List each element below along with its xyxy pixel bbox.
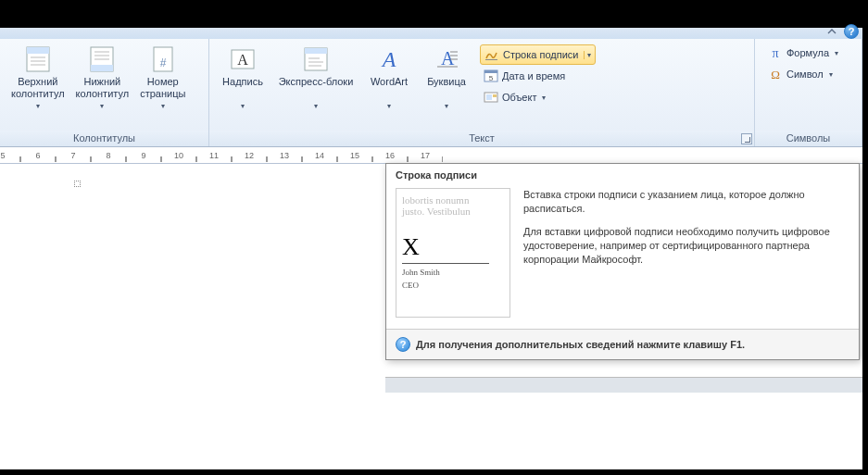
wordart-label: WordArt: [371, 76, 408, 88]
page-number-button[interactable]: # Номер страницы▾: [134, 43, 191, 114]
ruler-tick: 8: [91, 151, 126, 160]
symbol-button[interactable]: Ω Символ ▾: [764, 64, 842, 84]
signature-line-tooltip: Строка подписи lobortis nonumn justo. Ve…: [385, 163, 860, 360]
ruler-tick: 9: [126, 151, 161, 160]
object-label: Объект: [502, 92, 536, 103]
signature-icon: [484, 47, 499, 62]
chevron-down-icon: ▾: [445, 100, 448, 112]
thumb-faded-text: justo. Vestibulun: [402, 206, 504, 217]
page-number-icon: #: [148, 44, 178, 74]
date-time-label: Дата и время: [502, 70, 565, 81]
symbol-label: Символ: [786, 69, 824, 80]
wordart-button[interactable]: A WordArt▾: [361, 43, 417, 114]
ruler-tick: 11: [196, 151, 232, 160]
header-button[interactable]: Верхний колонтитул▾: [6, 43, 70, 114]
ruler-tick: 12: [232, 151, 267, 160]
quickparts-button[interactable]: Экспресс-блоки▾: [272, 43, 359, 114]
thumb-faded-text: lobortis nonumn: [402, 194, 504, 206]
header-label: Верхний колонтитул: [11, 76, 65, 100]
tooltip-para2: Для вставки цифровой подписи необходимо …: [523, 225, 849, 267]
dialog-launcher-icon[interactable]: [741, 133, 752, 144]
ruler-tick: 16: [372, 151, 408, 160]
thumb-signature-line: [402, 263, 489, 264]
ruler-tick: 10: [161, 151, 196, 160]
margin-marker-icon: [74, 181, 81, 187]
help-icon: ?: [396, 337, 410, 352]
object-button[interactable]: Объект ▾: [480, 87, 596, 107]
svg-rect-1: [27, 47, 49, 54]
horizontal-ruler[interactable]: 567891011121314151617: [0, 147, 862, 164]
tooltip-footer-text: Для получения дополнительных сведений на…: [416, 339, 745, 350]
svg-rect-30: [486, 94, 492, 100]
ribbon: Верхний колонтитул▾ Нижний колонтитул▾ #…: [0, 39, 862, 147]
textbox-icon: A: [228, 44, 258, 74]
tooltip-description: Вставка строки подписи с указанием лица,…: [523, 188, 849, 318]
svg-rect-31: [493, 94, 497, 97]
svg-rect-27: [484, 70, 497, 73]
dropcap-label: Буквица: [427, 76, 466, 88]
footer-label: Нижний колонтитул: [76, 76, 130, 100]
ribbon-collapse-chevron-icon[interactable]: [825, 25, 838, 38]
chevron-down-icon: ▾: [241, 100, 245, 112]
thumb-x: X: [402, 233, 504, 261]
ruler-tick: 5: [0, 151, 20, 160]
header-icon: [23, 44, 53, 74]
help-icon[interactable]: ?: [844, 24, 859, 39]
ruler-tick: 7: [56, 151, 91, 160]
thumb-signer-name: John Smith: [402, 268, 504, 277]
pi-icon: π: [768, 45, 783, 60]
date-time-button[interactable]: 5 Дата и время: [480, 66, 596, 86]
quickparts-label: Экспресс-блоки: [279, 76, 354, 88]
chevron-down-icon: ▾: [835, 49, 838, 57]
group-label-headers-footers: Колонтитулы: [0, 131, 208, 146]
dropcap-button[interactable]: A Буквица▾: [419, 43, 474, 114]
chevron-down-icon[interactable]: ▾: [584, 51, 591, 59]
footer-icon: [87, 44, 117, 74]
chevron-down-icon: ▾: [314, 100, 318, 112]
object-icon: [484, 90, 498, 105]
ruler-tick: 6: [20, 151, 56, 160]
svg-text:A: A: [441, 48, 455, 69]
chevron-down-icon: ▾: [542, 94, 546, 102]
ruler-tick: 15: [337, 151, 372, 160]
chevron-down-icon: ▾: [161, 100, 165, 112]
titlebar: ?: [0, 28, 862, 39]
horizontal-scrollbar[interactable]: [385, 377, 862, 393]
svg-rect-25: [485, 59, 497, 60]
page-number-label: Номер страницы: [140, 76, 185, 100]
ruler-tick: 17: [408, 151, 443, 160]
svg-text:Ω: Ω: [771, 68, 780, 81]
calendar-icon: 5: [484, 69, 498, 83]
equation-button[interactable]: π Формула ▾: [764, 43, 842, 63]
dropcap-icon: A: [432, 44, 461, 74]
chevron-down-icon: ▾: [36, 100, 40, 112]
tooltip-thumbnail: lobortis nonumn justo. Vestibulun X John…: [396, 188, 510, 318]
signature-line-label: Строка подписи: [503, 49, 578, 60]
chevron-down-icon: ▾: [387, 100, 391, 112]
ruler-tick: 14: [302, 151, 337, 160]
svg-text:A: A: [237, 52, 248, 68]
signature-line-button[interactable]: Строка подписи ▾: [480, 44, 596, 65]
svg-rect-6: [91, 65, 113, 71]
chevron-down-icon: ▾: [100, 100, 104, 112]
equation-label: Формула: [786, 47, 829, 58]
ribbon-group-text: A Надпись▾ Экспресс-блоки▾ A WordArt▾: [209, 39, 755, 146]
thumb-signer-role: CEO: [402, 281, 504, 290]
svg-rect-15: [305, 48, 327, 54]
group-label-text: Текст: [209, 131, 754, 146]
footer-button[interactable]: Нижний колонтитул▾: [70, 43, 135, 114]
ruler-tick: 13: [267, 151, 302, 160]
chevron-down-icon: ▾: [829, 70, 833, 79]
tooltip-title: Строка подписи: [386, 164, 859, 184]
ribbon-group-headers-footers: Верхний колонтитул▾ Нижний колонтитул▾ #…: [0, 39, 209, 146]
wordart-icon: A: [374, 44, 404, 74]
tooltip-footer: ? Для получения дополнительных сведений …: [386, 329, 859, 359]
textbox-button[interactable]: A Надпись▾: [215, 43, 270, 114]
svg-text:5: 5: [489, 74, 494, 82]
textbox-label: Надпись: [222, 76, 263, 88]
quickparts-icon: [301, 44, 331, 74]
ribbon-group-symbols: π Формула ▾ Ω Символ ▾ Символы: [755, 39, 862, 146]
omega-icon: Ω: [768, 67, 783, 81]
group-label-symbols: Символы: [755, 131, 862, 146]
tooltip-para1: Вставка строки подписи с указанием лица,…: [523, 188, 849, 216]
